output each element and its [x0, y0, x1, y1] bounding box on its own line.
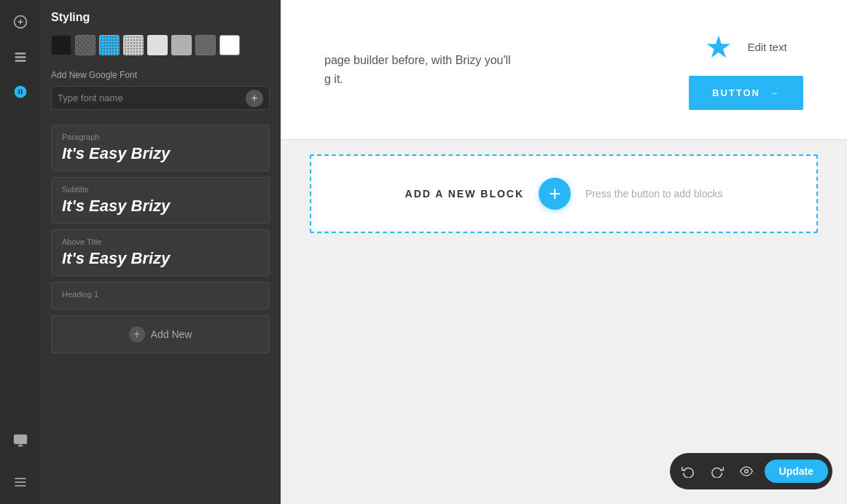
hero-text: page builder before, with Brizy you'llg …: [324, 51, 511, 88]
color-swatch-white[interactable]: [219, 35, 240, 55]
edit-text-label: Edit text: [747, 41, 786, 53]
svg-rect-5: [15, 60, 26, 62]
sidebar-title: Styling: [51, 11, 270, 24]
add-font-button[interactable]: +: [246, 90, 263, 107]
sidebar: Styling Add New Google Font + Paragraph …: [40, 0, 281, 504]
undo-button[interactable]: [674, 457, 702, 485]
subtitle-label: Subtitle: [62, 185, 259, 194]
subtitle-text: It's Easy Brizy: [62, 197, 259, 216]
add-new-label: Add New: [151, 328, 192, 340]
add-new-card[interactable]: + Add New: [51, 315, 270, 353]
add-block-section: ADD A NEW BLOCK + Press the button to ad…: [310, 154, 818, 233]
preview-button[interactable]: [733, 457, 760, 485]
hero-button-label: BUTTON: [712, 87, 760, 98]
svg-rect-4: [15, 56, 26, 58]
color-swatches: [51, 35, 270, 55]
add-block-label: ADD A NEW BLOCK: [405, 188, 525, 200]
color-swatch-medium-gray[interactable]: [171, 35, 192, 55]
svg-rect-6: [14, 435, 26, 444]
layers-toolbar-btn[interactable]: [6, 42, 35, 71]
above-title-label: Above Title: [62, 237, 259, 246]
color-swatch-dark-gray[interactable]: [195, 35, 216, 55]
font-input-wrapper: +: [51, 86, 270, 110]
update-button[interactable]: Update: [765, 460, 828, 483]
redo-button[interactable]: [703, 457, 731, 485]
monitor-toolbar-btn[interactable]: [6, 425, 35, 454]
hero-button-arrow-icon: →: [769, 87, 780, 98]
star-icon: ★: [705, 29, 733, 65]
add-block-circle-button[interactable]: +: [539, 178, 571, 210]
color-swatch-pattern[interactable]: [75, 35, 95, 55]
bottom-toolbar: Update: [670, 453, 832, 489]
main-content: page builder before, with Brizy you'llg …: [281, 0, 847, 504]
font-name-input[interactable]: [58, 87, 246, 109]
hero-button[interactable]: BUTTON →: [689, 76, 803, 110]
font-section-label: Add New Google Font: [51, 70, 270, 80]
above-title-card[interactable]: Above Title It's Easy Brizy: [51, 229, 270, 276]
color-swatch-cyan[interactable]: [99, 35, 120, 55]
add-new-circle-icon: +: [129, 326, 145, 342]
heading1-card[interactable]: Heading 1: [51, 282, 270, 310]
paragraph-card[interactable]: Paragraph It's Easy Brizy: [51, 125, 270, 171]
color-swatch-dots-gray[interactable]: [123, 35, 144, 55]
menu-toolbar-btn[interactable]: [6, 468, 35, 497]
hero-section: page builder before, with Brizy you'llg …: [281, 0, 847, 140]
paragraph-text: It's Easy Brizy: [62, 144, 259, 163]
hero-right: ★ Edit text BUTTON →: [689, 29, 803, 110]
styling-toolbar-btn[interactable]: [6, 77, 35, 106]
paragraph-label: Paragraph: [62, 133, 259, 141]
hero-paragraph: page builder before, with Brizy you'llg …: [324, 51, 511, 88]
add-block-toolbar-btn[interactable]: [6, 7, 35, 36]
color-swatch-black[interactable]: [51, 35, 71, 55]
heading1-label: Heading 1: [62, 290, 259, 299]
svg-point-12: [744, 470, 748, 473]
svg-rect-3: [15, 52, 26, 55]
page-canvas: page builder before, with Brizy you'llg …: [281, 0, 847, 504]
left-toolbar: [0, 0, 40, 504]
above-title-text: It's Easy Brizy: [62, 249, 259, 268]
subtitle-card[interactable]: Subtitle It's Easy Brizy: [51, 177, 270, 224]
add-block-hint: Press the button to add blocks: [585, 188, 722, 200]
color-swatch-light-gray[interactable]: [147, 35, 168, 55]
